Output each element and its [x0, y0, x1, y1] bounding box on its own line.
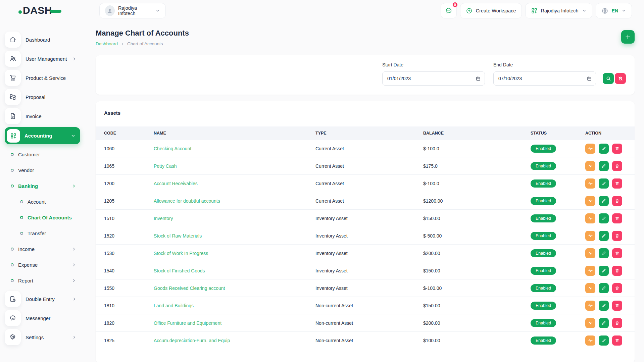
- status-badge[interactable]: Enabled: [531, 214, 556, 222]
- account-name-link[interactable]: Stock of Finished Goods: [154, 268, 315, 273]
- delete-button[interactable]: [612, 196, 622, 206]
- trash-icon: [615, 146, 620, 151]
- account-name-link[interactable]: Petty Cash: [154, 163, 315, 169]
- status-badge[interactable]: Enabled: [531, 302, 556, 310]
- status-badge[interactable]: Enabled: [531, 249, 556, 257]
- language-menu[interactable]: EN: [596, 3, 632, 18]
- delete-button[interactable]: [612, 178, 622, 189]
- breadcrumb-dashboard-link[interactable]: Dashboard: [96, 41, 118, 46]
- sidebar-item-account[interactable]: Account: [20, 196, 78, 207]
- account-name-link[interactable]: Land and Buildings: [154, 303, 315, 308]
- table-row: 1530 Stock of Work In Progress Inventory…: [96, 245, 635, 262]
- account-name-link[interactable]: Allowance for doubtful accounts: [154, 198, 315, 204]
- sidebar-item-income[interactable]: Income: [11, 244, 78, 255]
- sidebar-item-expense[interactable]: Expense: [11, 259, 78, 270]
- transactions-button[interactable]: [585, 266, 595, 276]
- transactions-button[interactable]: [585, 213, 595, 223]
- edit-button[interactable]: [599, 335, 609, 346]
- edit-button[interactable]: [599, 283, 609, 293]
- pencil-icon: [601, 164, 606, 168]
- sidebar-item-proposal[interactable]: Proposal: [5, 89, 79, 105]
- topbar-actions: 0 Create Workspace Rajodiya Infotech EN: [441, 3, 632, 18]
- delete-button[interactable]: [612, 301, 622, 311]
- sidebar-item-customer[interactable]: Customer: [11, 149, 78, 160]
- edit-button[interactable]: [599, 318, 609, 328]
- sidebar-item-label: Banking: [18, 183, 38, 189]
- transactions-button[interactable]: [585, 318, 595, 328]
- sidebar-item-product-service[interactable]: Product & Service: [5, 70, 79, 86]
- sidebar-item-accounting[interactable]: Accounting: [5, 127, 80, 144]
- edit-button[interactable]: [599, 161, 609, 171]
- status-badge[interactable]: Enabled: [531, 179, 556, 188]
- chevron-right-icon: [72, 263, 76, 267]
- status-badge[interactable]: Enabled: [531, 145, 556, 153]
- sidebar-item-label: Customer: [18, 152, 40, 157]
- pulse-icon: [588, 303, 593, 308]
- sidebar-item-messenger[interactable]: Messenger: [5, 310, 79, 326]
- cell-balance: $-100.00: [423, 286, 531, 291]
- messages-button[interactable]: 0: [441, 3, 457, 18]
- edit-button[interactable]: [599, 266, 609, 276]
- start-date-input[interactable]: [382, 71, 485, 86]
- workspace-selector[interactable]: Rajodiya Infotech: [99, 3, 166, 18]
- transactions-button[interactable]: [585, 144, 595, 154]
- transactions-button[interactable]: [585, 301, 595, 311]
- account-name-link[interactable]: Account Receivables: [154, 181, 315, 186]
- bullet-icon: [11, 153, 14, 156]
- delete-button[interactable]: [612, 231, 622, 241]
- transactions-button[interactable]: [585, 283, 595, 293]
- status-badge[interactable]: Enabled: [531, 197, 556, 205]
- delete-button[interactable]: [612, 161, 622, 171]
- edit-button[interactable]: [599, 248, 609, 258]
- status-badge[interactable]: Enabled: [531, 267, 556, 275]
- sidebar-item-double-entry[interactable]: Double Entry: [5, 291, 79, 307]
- edit-button[interactable]: [599, 144, 609, 154]
- delete-button[interactable]: [612, 248, 622, 258]
- edit-button[interactable]: [599, 301, 609, 311]
- account-name-link[interactable]: Stock of Work In Progress: [154, 251, 315, 256]
- account-name-link[interactable]: Goods Received Clearing account: [154, 286, 315, 291]
- company-menu[interactable]: Rajodiya Infotech: [525, 3, 592, 18]
- transactions-button[interactable]: [585, 161, 595, 171]
- filter-search-button[interactable]: [603, 73, 614, 84]
- delete-button[interactable]: [612, 283, 622, 293]
- status-badge[interactable]: Enabled: [531, 337, 556, 345]
- account-name-link[interactable]: Inventory: [154, 216, 315, 221]
- delete-button[interactable]: [612, 213, 622, 223]
- sidebar-item-chart-of-accounts[interactable]: Chart Of Accounts: [20, 212, 78, 223]
- transactions-button[interactable]: [585, 231, 595, 241]
- sidebar-item-user-management[interactable]: User Management: [5, 51, 79, 67]
- transactions-button[interactable]: [585, 248, 595, 258]
- delete-button[interactable]: [612, 318, 622, 328]
- delete-button[interactable]: [612, 144, 622, 154]
- status-badge[interactable]: Enabled: [531, 284, 556, 292]
- trash-icon: [615, 268, 620, 273]
- transactions-button[interactable]: [585, 178, 595, 189]
- create-workspace-button[interactable]: Create Workspace: [460, 3, 522, 18]
- account-name-link[interactable]: Stock of Raw Materials: [154, 233, 315, 239]
- sidebar-item-banking[interactable]: Banking: [11, 180, 78, 192]
- delete-button[interactable]: [612, 266, 622, 276]
- delete-button[interactable]: [612, 335, 622, 346]
- sidebar-item-report[interactable]: Report: [11, 275, 78, 286]
- edit-button[interactable]: [599, 231, 609, 241]
- sidebar-item-dashboard[interactable]: Dashboard: [5, 32, 79, 48]
- edit-button[interactable]: [599, 178, 609, 189]
- transactions-button[interactable]: [585, 335, 595, 346]
- account-name-link[interactable]: Checking Account: [154, 146, 315, 151]
- account-name-link[interactable]: Accum.depreciation-Furn. and Equip: [154, 338, 315, 343]
- filter-reset-button[interactable]: [615, 73, 626, 84]
- add-account-button[interactable]: [621, 30, 635, 44]
- sidebar-item-transfer[interactable]: Transfer: [20, 228, 78, 239]
- status-badge[interactable]: Enabled: [531, 232, 556, 240]
- transactions-button[interactable]: [585, 196, 595, 206]
- status-badge[interactable]: Enabled: [531, 162, 556, 170]
- sidebar-item-vendor[interactable]: Vendor: [11, 165, 78, 176]
- end-date-input[interactable]: [493, 71, 596, 86]
- status-badge[interactable]: Enabled: [531, 319, 556, 327]
- edit-button[interactable]: [599, 196, 609, 206]
- sidebar-item-settings[interactable]: Settings: [5, 329, 79, 345]
- edit-button[interactable]: [599, 213, 609, 223]
- sidebar-item-invoice[interactable]: Invoice: [5, 108, 79, 124]
- account-name-link[interactable]: Office Furniture and Equipement: [154, 320, 315, 326]
